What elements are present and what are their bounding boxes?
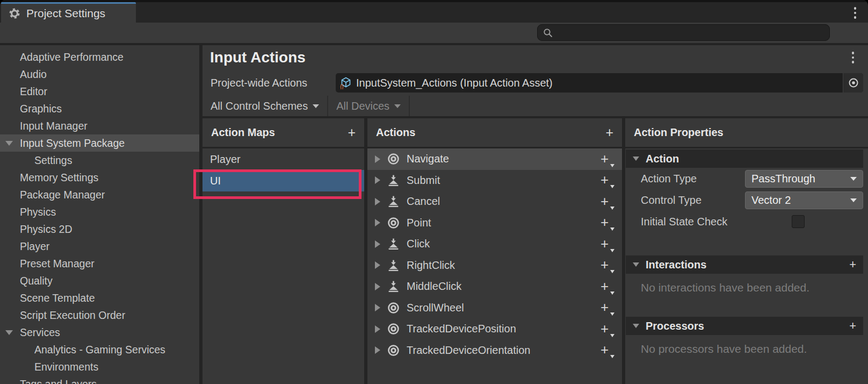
initial-state-check-checkbox[interactable] [792,215,805,228]
add-binding-button[interactable]: + [601,195,614,209]
add-binding-button[interactable]: + [601,301,614,315]
interactions-empty-message: No interactions have been added. [641,281,863,294]
action-properties-title: Action Properties [634,126,859,139]
action-row-navigate[interactable]: Navigate+ [367,148,622,170]
action-name: Click [407,238,594,250]
add-interaction-button[interactable]: + [849,259,856,271]
sidebar-item-input-system-package[interactable]: Input System Package [0,134,199,152]
add-binding-button[interactable]: + [601,322,614,336]
value-action-icon [387,216,400,230]
action-type-dropdown[interactable]: PassThrough [745,170,863,188]
device-label: All Devices [336,100,389,112]
sidebar-item-label: Environments [34,361,98,373]
add-processor-button[interactable]: + [849,320,856,332]
sidebar-item-environments[interactable]: Environments [0,358,199,375]
action-maps-header: Action Maps + [202,118,364,148]
action-name: TrackedDeviceOrientation [407,344,594,357]
window-menu-kebab-icon[interactable] [854,7,857,19]
add-binding-button[interactable]: + [601,216,614,230]
control-schemes-toolbar: All Control Schemes All Devices [202,96,868,118]
search-input[interactable] [553,25,829,40]
foldout-collapsed-icon[interactable] [375,176,380,184]
sidebar-item-package-manager[interactable]: Package Manager [0,186,199,203]
sidebar-item-settings[interactable]: Settings [0,152,199,169]
action-map-row-player[interactable]: Player [202,148,364,170]
input-action-asset-field[interactable]: {} InputSystem_Actions (Input Action Ass… [336,73,863,93]
action-row-rightclick[interactable]: RightClick+ [367,255,622,276]
control-scheme-dropdown[interactable]: All Control Schemes [202,96,328,116]
sidebar-item-label: Audio [20,68,47,81]
foldout-collapsed-icon[interactable] [375,155,380,163]
add-binding-button[interactable]: + [601,173,614,187]
sidebar-item-adaptive-performance[interactable]: Adaptive Performance [0,48,199,66]
action-row-trackeddeviceorientation[interactable]: TrackedDeviceOrientation+ [367,340,622,361]
interactions-title: Interactions [646,259,849,271]
action-row-point[interactable]: Point+ [367,212,622,234]
sidebar-item-services[interactable]: Services [0,324,199,341]
sidebar-item-label: Script Execution Order [20,309,125,322]
settings-category-sidebar: Adaptive PerformanceAudioEditorGraphicsI… [0,45,199,384]
sidebar-item-physics-2d[interactable]: Physics 2D [0,221,199,238]
control-type-dropdown[interactable]: Vector 2 [745,191,863,209]
sidebar-item-analytics-gaming-services[interactable]: Analytics - Gaming Services [0,341,199,358]
actions-header: Actions + [367,118,622,148]
input-actions-menu-kebab-icon[interactable] [852,52,855,63]
foldout-expanded-icon[interactable] [5,141,13,146]
tab-project-settings[interactable]: Project Settings [1,2,136,23]
foldout-collapsed-icon[interactable] [375,261,380,269]
sidebar-item-memory-settings[interactable]: Memory Settings [0,169,199,186]
action-row-scrollwheel[interactable]: ScrollWheel+ [367,297,622,319]
action-row-middleclick[interactable]: MiddleClick+ [367,276,622,297]
gear-icon [8,7,21,20]
action-properties-column: Action Properties Action Action Type Pas… [625,118,868,384]
device-dropdown[interactable]: All Devices [328,96,410,116]
action-name: ScrollWheel [407,302,594,314]
interactions-section-bar[interactable]: Interactions + [626,255,863,274]
value-action-icon [387,322,400,336]
sidebar-item-graphics[interactable]: Graphics [0,100,199,117]
add-binding-button[interactable]: + [601,280,614,294]
sidebar-item-editor[interactable]: Editor [0,83,199,100]
add-binding-button[interactable]: + [601,343,614,357]
add-binding-button[interactable]: + [601,258,614,272]
action-maps-list: PlayerUI [202,148,364,191]
action-map-name: Player [210,153,241,166]
section-spacer [625,232,868,254]
add-action-button[interactable]: + [605,126,613,139]
foldout-collapsed-icon[interactable] [375,240,380,248]
add-action-map-button[interactable]: + [348,126,356,139]
foldout-collapsed-icon[interactable] [375,219,380,226]
object-picker-button[interactable] [843,73,863,93]
foldout-collapsed-icon[interactable] [375,346,380,354]
search-field[interactable] [537,24,830,41]
action-map-row-ui[interactable]: UI [202,170,364,191]
sidebar-item-scene-template[interactable]: Scene Template [0,289,199,307]
sidebar-item-preset-manager[interactable]: Preset Manager [0,255,199,272]
sidebar-item-script-execution-order[interactable]: Script Execution Order [0,307,199,324]
action-row-submit[interactable]: Submit+ [367,170,622,191]
sidebar-item-label: Scene Template [20,292,95,304]
sidebar-item-physics[interactable]: Physics [0,203,199,221]
foldout-collapsed-icon[interactable] [375,325,380,333]
foldout-collapsed-icon[interactable] [375,304,380,311]
add-binding-button[interactable]: + [601,237,614,251]
sidebar-item-player[interactable]: Player [0,238,199,255]
action-row-cancel[interactable]: Cancel+ [367,191,622,212]
sidebar-item-input-manager[interactable]: Input Manager [0,117,199,134]
action-section-bar[interactable]: Action [626,150,863,168]
action-properties-header: Action Properties [625,118,868,148]
sidebar-item-audio[interactable]: Audio [0,66,199,83]
sidebar-item-tags-and-layers[interactable]: Tags and Layers [0,375,199,384]
action-row-trackeddeviceposition[interactable]: TrackedDevicePosition+ [367,318,622,340]
foldout-collapsed-icon[interactable] [375,283,380,290]
add-binding-button[interactable]: + [601,152,614,166]
processors-title: Processors [646,320,849,332]
foldout-collapsed-icon[interactable] [375,198,380,205]
control-scheme-label: All Control Schemes [211,100,308,112]
input-action-asset-icon: {} [339,76,352,89]
foldout-expanded-icon[interactable] [5,330,13,335]
sidebar-item-quality[interactable]: Quality [0,272,199,289]
action-row-click[interactable]: Click+ [367,233,622,255]
processors-section-bar[interactable]: Processors + [626,317,863,335]
button-action-icon [387,259,400,272]
